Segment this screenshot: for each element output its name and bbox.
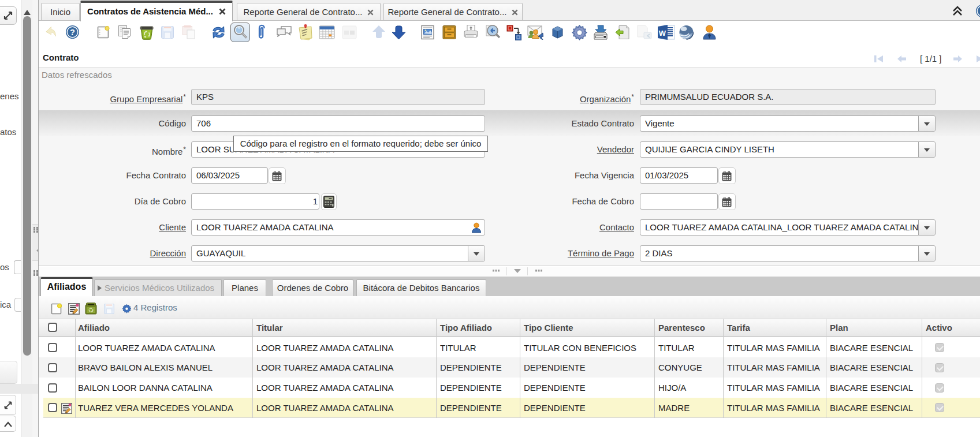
svg-text:W: W xyxy=(659,29,666,38)
svg-text:?: ? xyxy=(70,28,75,37)
